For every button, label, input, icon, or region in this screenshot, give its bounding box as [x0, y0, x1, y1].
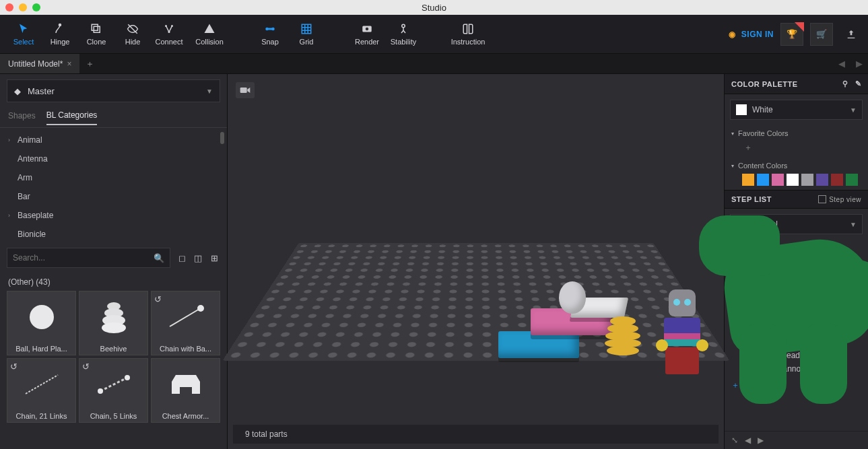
eyedropper-icon[interactable]: ✎ [855, 79, 862, 88]
grid-label: Grid [300, 38, 314, 46]
part-card[interactable]: Chest Armor... [151, 358, 220, 423]
part-label: Ball, Hard Pla... [7, 343, 75, 355]
part-label: Beehive [79, 343, 147, 355]
part-label: Chain with Ba... [152, 343, 220, 355]
view-large-icon[interactable]: ◻ [176, 252, 188, 264]
tab-label: Untitled Model* [8, 59, 63, 69]
search-input[interactable] [13, 253, 154, 263]
viewport-panel: 9 total parts [228, 74, 724, 449]
tab-next-button[interactable]: ▶ [850, 59, 868, 69]
part-card[interactable]: ↺ Chain, 21 Links [7, 358, 76, 423]
prev-icon[interactable]: ◀ [745, 436, 751, 445]
category-item[interactable]: ›Baseplate [0, 206, 227, 225]
color-palette-header: COLOR PALETTE ⚲ ✎ [725, 74, 868, 94]
3d-viewport[interactable] [228, 74, 724, 425]
svg-point-13 [30, 305, 54, 329]
category-tabs: Shapes BL Categories [0, 108, 227, 128]
model-selector[interactable]: ◆ Master ▼ [7, 79, 220, 102]
color-swatch[interactable] [816, 174, 828, 186]
category-label: Bionicle [18, 230, 46, 239]
close-icon[interactable]: × [67, 59, 71, 69]
dino-visual [699, 188, 868, 404]
select-label: Select [13, 38, 34, 46]
hinge-tool[interactable]: Hinge [42, 15, 78, 54]
svg-point-22 [98, 388, 103, 394]
category-item[interactable]: Bionicle [0, 225, 227, 242]
trophy-button[interactable]: 🏆 [780, 23, 803, 46]
view-grid-icon[interactable]: ⊞ [208, 252, 220, 264]
part-label: Chain, 5 Links [79, 410, 147, 422]
stability-label: Stability [391, 38, 417, 46]
part-card[interactable]: ↺ Chain, 5 Links [79, 358, 148, 423]
model-tab[interactable]: Untitled Model* × [0, 54, 80, 73]
add-favorite-color[interactable]: ＋ [742, 141, 754, 153]
tab-prev-button[interactable]: ◀ [833, 59, 850, 69]
color-swatch[interactable] [831, 174, 843, 186]
next-icon[interactable]: ▶ [758, 436, 764, 445]
category-label: Bar [18, 192, 30, 201]
scene [228, 74, 724, 425]
tab-shapes[interactable]: Shapes [8, 111, 36, 125]
svg-point-12 [402, 24, 405, 28]
signin-button[interactable]: ◉ SIGN IN [729, 30, 774, 39]
new-ribbon [795, 22, 804, 32]
egg-visual [559, 281, 586, 314]
svg-point-17 [102, 322, 126, 333]
category-item[interactable]: Bar [0, 187, 227, 206]
baseplate-visual [222, 243, 729, 360]
window-titlebar: Studio [0, 0, 868, 15]
cart-button[interactable]: 🛒 [810, 23, 833, 46]
part-card[interactable]: ↺ Chain with Ba... [151, 291, 220, 355]
content-colors-label: Content Colors [738, 162, 787, 170]
search-box[interactable]: 🔍 [7, 248, 170, 268]
part-card[interactable]: Beehive [79, 291, 148, 355]
content-colors-toggle[interactable]: ▾ Content Colors [731, 162, 861, 170]
category-label: Arm [18, 173, 32, 182]
snap-tool[interactable]: Snap [252, 15, 288, 54]
color-swatch[interactable] [846, 174, 858, 186]
chevron-down-icon: ▾ [731, 163, 734, 169]
search-icon[interactable]: 🔍 [154, 253, 164, 263]
color-swatch[interactable] [757, 174, 769, 186]
view-medium-icon[interactable]: ◫ [192, 252, 204, 264]
scrollbar-thumb[interactable] [220, 132, 224, 144]
current-color-selector[interactable]: White ▼ [730, 100, 863, 120]
category-item[interactable]: Antenna [0, 149, 227, 168]
category-item[interactable]: Arm [0, 168, 227, 187]
clone-tool[interactable]: Clone [78, 15, 114, 54]
beehive-visual [605, 316, 641, 359]
stability-tool[interactable]: Stability [385, 15, 422, 54]
select-tool[interactable]: Select [5, 15, 42, 54]
color-swatch[interactable] [801, 174, 813, 186]
grid-tool[interactable]: Grid [288, 15, 325, 54]
collision-tool[interactable]: Collision [187, 15, 232, 54]
instruction-label: Instruction [451, 38, 486, 46]
category-item[interactable]: ›Animal [0, 131, 227, 149]
category-label: Baseplate [18, 211, 53, 220]
part-card[interactable]: Ball, Hard Pla... [7, 291, 76, 355]
svg-line-21 [100, 378, 127, 391]
favorite-colors-toggle[interactable]: ▾ Favorite Colors [731, 129, 861, 137]
brick-blue-visual [498, 331, 579, 358]
instruction-tool[interactable]: Instruction [446, 15, 490, 54]
hide-tool[interactable]: Hide [114, 15, 151, 54]
connect-tool[interactable]: Connect [151, 15, 187, 54]
hide-icon [127, 23, 139, 35]
snap-icon [264, 23, 276, 35]
collapse-icon[interactable]: ⤡ [731, 436, 738, 445]
brick-icon: ◉ [729, 30, 736, 39]
color-swatch[interactable] [787, 174, 799, 186]
color-swatch[interactable] [772, 174, 784, 186]
render-tool[interactable]: Render [349, 15, 385, 54]
palette-filter-icon[interactable]: ⚲ [842, 79, 848, 88]
left-panel: ◆ Master ▼ Shapes BL Categories ›Animal … [0, 74, 228, 449]
upload-button[interactable] [840, 23, 863, 46]
chevron-down-icon: ▼ [850, 106, 857, 114]
signin-label: SIGN IN [741, 30, 774, 39]
add-tab-button[interactable]: ＋ [80, 54, 99, 73]
connect-label: Connect [156, 38, 183, 46]
main-toolbar: Select Hinge Clone Hide Connect Collisio… [0, 15, 868, 54]
color-swatch[interactable] [742, 174, 754, 186]
tab-bl-categories[interactable]: BL Categories [46, 110, 98, 125]
collision-label: Collision [195, 38, 224, 46]
